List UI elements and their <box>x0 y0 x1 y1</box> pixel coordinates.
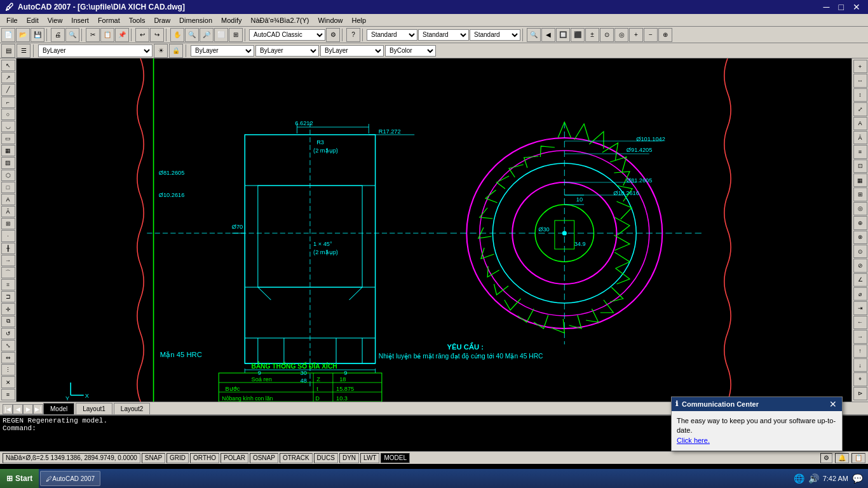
tray-icon-2[interactable]: 🔔 <box>835 453 849 463</box>
cad-canvas[interactable]: Mặn 45 HRC Soá ren Z 18 Bước t 15.875 Nô… <box>17 58 851 402</box>
line-button[interactable]: ╱ <box>1 84 15 95</box>
menu-modify[interactable]: Modify <box>217 16 245 25</box>
rt-btn-19[interactable]: ← <box>853 316 867 329</box>
rt-btn-7[interactable]: ≡ <box>853 145 867 158</box>
undo-button[interactable]: ↩ <box>135 28 149 42</box>
circle-button[interactable]: ○ <box>1 109 15 120</box>
zoom-all[interactable]: ⊕ <box>658 28 672 42</box>
menu-insert[interactable]: Insert <box>67 16 93 25</box>
rt-btn-6[interactable]: Ā <box>853 131 867 144</box>
rotate-button[interactable]: ↺ <box>1 328 15 339</box>
scale-button[interactable]: ⤡ <box>1 340 15 351</box>
rt-btn-24[interactable]: ⊳ <box>853 387 867 400</box>
network-icon[interactable]: 🌐 <box>794 473 804 484</box>
tray-icon-3[interactable]: 📋 <box>851 453 865 463</box>
workspace-settings[interactable]: ⚙ <box>326 28 340 42</box>
print-preview-button[interactable]: 🔍 <box>65 28 79 42</box>
rt-btn-23[interactable]: ⌖ <box>853 372 867 386</box>
mtext-button[interactable]: Ā <box>1 206 15 217</box>
region-button[interactable]: ⬡ <box>1 170 15 181</box>
move-button[interactable]: ✛ <box>1 303 15 315</box>
menu-file[interactable]: File <box>3 16 22 25</box>
rt-btn-13[interactable]: ⊗ <box>853 231 867 244</box>
taskbar-autocad[interactable]: 🖊 AutoCAD 2007 <box>40 471 100 486</box>
copy2-button[interactable]: ⧉ <box>1 316 15 327</box>
rt-btn-16[interactable]: ∠ <box>853 273 867 287</box>
chamfer-button[interactable]: ⌗ <box>1 279 15 290</box>
linetype-dropdown[interactable]: ByLayer <box>255 45 319 57</box>
snap-button[interactable]: SNAP <box>142 453 165 463</box>
rt-btn-17[interactable]: ⌀ <box>853 287 867 301</box>
erase-button[interactable]: ✕ <box>1 376 15 388</box>
comm-popup-close-button[interactable]: ✕ <box>828 399 838 409</box>
title-bar-controls[interactable]: ─ □ ✕ <box>821 2 863 12</box>
menu-express[interactable]: NàĐâ'¤¾Bìa2.7(Y) <box>247 16 313 25</box>
wipeout-button[interactable]: □ <box>1 182 15 193</box>
pick-button[interactable]: ↖ <box>1 60 15 71</box>
tray-icon-1[interactable]: ⚙ <box>820 453 832 463</box>
dyn-button[interactable]: DYN <box>339 453 359 463</box>
polar-button[interactable]: POLAR <box>220 453 248 463</box>
rt-btn-10[interactable]: ⊞ <box>853 187 867 201</box>
extend-button[interactable]: → <box>1 255 15 266</box>
minimize-button[interactable]: ─ <box>821 2 832 12</box>
insert-block[interactable]: ⊞ <box>1 218 15 229</box>
redo-button[interactable]: ↪ <box>150 28 164 42</box>
copy-button[interactable]: 📋 <box>100 28 114 42</box>
properties-button[interactable]: ≡ <box>1 389 15 400</box>
rt-btn-14[interactable]: ⊙ <box>853 245 867 258</box>
zoom-in2[interactable]: + <box>629 28 643 42</box>
tab-layout1[interactable]: Layout1 <box>76 403 112 414</box>
zoom-scale[interactable]: ± <box>585 28 599 42</box>
rt-btn-3[interactable]: ↕ <box>853 88 867 102</box>
text-style-dropdown[interactable]: Standard <box>367 29 417 41</box>
comm-popup-link[interactable]: Click here. <box>677 437 710 444</box>
plotstyle-dropdown[interactable]: ByColor <box>385 45 436 57</box>
zoom-dynamic[interactable]: ⬛ <box>571 28 585 42</box>
zoom-window-button[interactable]: ⬜ <box>214 28 228 42</box>
offset-button[interactable]: ⊐ <box>1 291 15 302</box>
menu-view[interactable]: View <box>44 16 67 25</box>
help-button[interactable]: ? <box>346 28 360 42</box>
menu-tools[interactable]: Tools <box>125 16 149 25</box>
tab-scroll-first[interactable]: |◀ <box>3 404 13 414</box>
menu-draw[interactable]: Draw <box>150 16 174 25</box>
model-button[interactable]: MODEL <box>381 453 410 463</box>
pick-add-button[interactable]: ↗ <box>1 72 15 83</box>
zoom-out-button[interactable]: 🔎 <box>200 28 214 42</box>
layer-state[interactable]: ☰ <box>17 44 31 58</box>
rt-btn-22[interactable]: ↓ <box>853 358 867 372</box>
layer-dropdown[interactable]: ByLayer <box>38 44 153 57</box>
zoom-out2[interactable]: − <box>644 28 658 42</box>
rectangle-button[interactable]: ▭ <box>1 133 15 144</box>
zoom-realtime[interactable]: 🔍 <box>527 28 541 42</box>
workspace-dropdown[interactable]: AutoCAD Classic <box>249 29 325 41</box>
grid-button[interactable]: GRID <box>166 453 189 463</box>
rt-btn-1[interactable]: + <box>853 60 867 73</box>
tab-scroll-prev[interactable]: ◀ <box>13 404 23 414</box>
zoom-window2[interactable]: 🔲 <box>556 28 570 42</box>
maximize-button[interactable]: □ <box>836 2 846 12</box>
lineweight-dropdown[interactable]: ByLayer <box>320 45 384 57</box>
rt-btn-8[interactable]: ⊡ <box>853 159 867 173</box>
tab-scroll-last[interactable]: ▶| <box>33 404 43 414</box>
lock-layer[interactable]: 🔒 <box>169 44 183 58</box>
close-button[interactable]: ✕ <box>850 2 863 12</box>
rt-btn-12[interactable]: ⊕ <box>853 216 867 229</box>
arc-button[interactable]: ◡ <box>1 121 15 132</box>
menu-edit[interactable]: Edit <box>23 16 43 25</box>
fillet-button[interactable]: ⌒ <box>1 267 15 278</box>
rt-btn-2[interactable]: ↔ <box>853 74 867 87</box>
table-style-dropdown[interactable]: Standard <box>470 29 520 41</box>
menu-format[interactable]: Format <box>94 16 124 25</box>
rt-btn-21[interactable]: ↑ <box>853 344 867 358</box>
rt-btn-4[interactable]: ⤢ <box>853 102 867 116</box>
rt-btn-5[interactable]: A <box>853 117 867 130</box>
menu-help[interactable]: Help <box>348 16 370 25</box>
otrack-button[interactable]: OTRACK <box>280 453 313 463</box>
zoom-extents-button[interactable]: ⊞ <box>229 28 243 42</box>
rt-btn-20[interactable]: → <box>853 330 867 343</box>
menu-dimension[interactable]: Dimension <box>175 16 216 25</box>
color-dropdown[interactable]: ByLayer <box>191 45 254 57</box>
point-button[interactable]: · <box>1 230 15 241</box>
